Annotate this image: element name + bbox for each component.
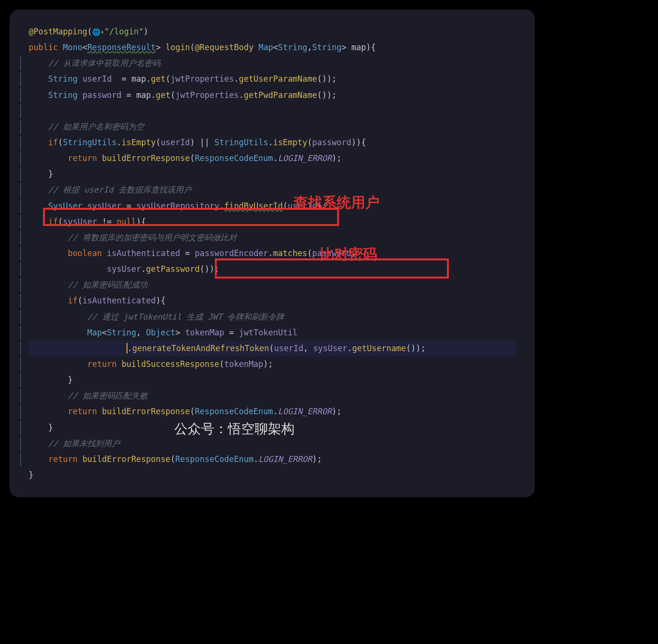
code-line-active: .generateTokenAndRefreshToken(userId, sy… — [29, 341, 516, 356]
string-literal: "/login" — [105, 27, 144, 36]
code-line: // 如果用户名和密码为空 — [29, 119, 516, 135]
code-line: } — [29, 166, 516, 182]
code-line: // 如果密码匹配成功 — [29, 277, 516, 293]
type-link[interactable]: ResponseResult — [87, 43, 156, 52]
annotation-label-1: 查找系统用户 — [294, 189, 380, 217]
code-line: return buildSuccessResponse(tokenMap); — [29, 356, 516, 372]
code-line: return buildErrorResponse(ResponseCodeEn… — [29, 150, 516, 166]
watermark-text: 公众号：悟空聊架构 — [174, 416, 295, 442]
code-line: @PostMapping(🌐▾"/login") — [29, 24, 516, 40]
code-line: // 将数据库的加密密码与用户明文密码做比对 — [29, 230, 516, 246]
code-line: SysUser sysUser = sysUserRepository.find… — [29, 198, 516, 214]
annotation: @PostMapping — [29, 27, 87, 36]
code-line: return buildErrorResponse(ResponseCodeEn… — [29, 451, 516, 467]
code-line: boolean isAuthenticated = passwordEncode… — [29, 246, 516, 261]
code-line: public Mono<ResponseResult> login(@Reque… — [29, 40, 516, 55]
code-line: // 通过 jwtTokenUtil 生成 JWT 令牌和刷新令牌 — [29, 309, 516, 325]
code-line: if(StringUtils.isEmpty(userId) || String… — [29, 135, 516, 150]
code-line: if(isAuthenticated){ — [29, 293, 516, 309]
code-line: sysUser.getPassword()); — [29, 261, 516, 277]
code-line: String userId = map.get(jwtProperties.ge… — [29, 71, 516, 87]
text-cursor — [127, 343, 127, 354]
code-line: // 从请求体中获取用户名密码 — [29, 55, 516, 71]
code-editor: @PostMapping(🌐▾"/login") public Mono<Res… — [10, 10, 535, 497]
code-line: } — [29, 467, 516, 483]
code-line — [29, 103, 516, 119]
globe-icon: 🌐▾ — [92, 28, 104, 36]
annotation-label-2: 比对密码 — [320, 240, 377, 268]
code-line: if(sysUser != null){ — [29, 214, 516, 230]
code-line: } — [29, 372, 516, 388]
code-line: // 如果密码匹配失败 — [29, 388, 516, 404]
code-line: // 根据 userId 去数据库查找该用户 — [29, 182, 516, 198]
code-line: Map<String, Object> tokenMap = jwtTokenU… — [29, 325, 516, 341]
code-line: String password = map.get(jwtProperties.… — [29, 87, 516, 103]
